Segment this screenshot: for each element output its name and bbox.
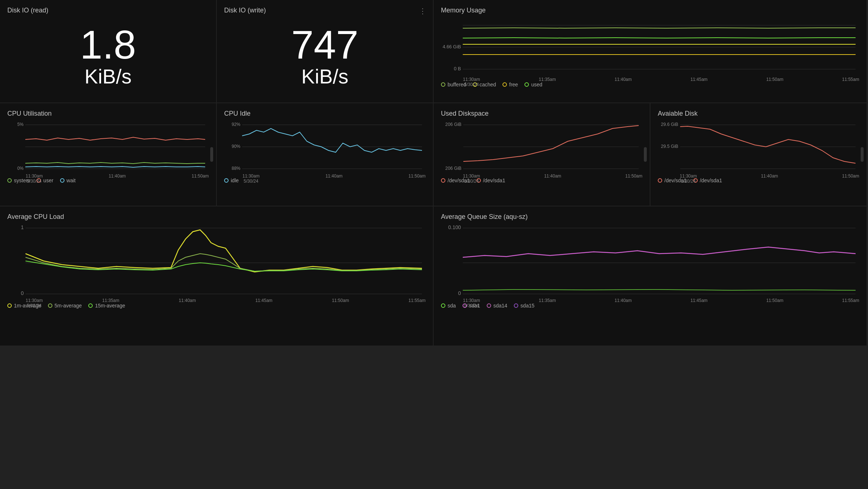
cpu-util-panel: CPU Utilisation 5% 0% 11:30am5/30/24 11:… <box>0 103 216 206</box>
svg-text:88%: 88% <box>232 166 241 171</box>
disk-io-write-title: Disk IO (write) <box>224 7 426 14</box>
available-disk-panel: Avaiable Disk 29.6 GiB 29.5 GiB 11:30am5… <box>650 103 867 206</box>
cpu-util-chart: 5% 0% 11:30am5/30/24 11:40am 11:50am <box>7 121 209 172</box>
disk-io-read-panel: Disk IO (read) 1.8 KiB/s <box>0 0 216 102</box>
cpu-idle-chart: 92% 90% 88% 11:30am5/30/24 11:40am 11:50… <box>224 121 426 172</box>
cpu-idle-title: CPU Idle <box>224 110 426 117</box>
avg-cpu-load-title: Average CPU Load <box>7 213 426 221</box>
svg-text:5%: 5% <box>17 122 23 127</box>
avg-queue-title: Average Queue Size (aqu-sz) <box>441 213 859 221</box>
disk-io-write-number: 747 <box>291 25 359 65</box>
avg-queue-chart: 0.100 0 11:30am5/30/24 11:35am 11:40am 1… <box>441 224 859 298</box>
svg-text:0: 0 <box>458 290 461 296</box>
svg-text:29.6 GiB: 29.6 GiB <box>661 122 678 127</box>
cpu-idle-panel: CPU Idle 92% 90% 88% 11:30am5/30/24 11:4… <box>217 103 433 206</box>
svg-text:0.100: 0.100 <box>448 224 461 230</box>
svg-text:90%: 90% <box>232 144 241 149</box>
scrollbar-avail-disk[interactable] <box>861 147 864 162</box>
svg-text:206 GiB: 206 GiB <box>445 166 461 171</box>
disk-io-read-number: 1.8 <box>80 25 136 65</box>
scrollbar-used-disk[interactable] <box>644 147 647 162</box>
used-diskspace-chart: 206 GiB 206 GiB 11:30am5/30/24 11:40am 1… <box>441 121 642 172</box>
available-disk-title: Avaiable Disk <box>658 110 859 117</box>
svg-text:1: 1 <box>21 224 24 230</box>
disk-io-read-unit: KiB/s <box>85 65 131 88</box>
disk-io-write-unit: KiB/s <box>301 65 348 88</box>
svg-text:92%: 92% <box>232 122 241 127</box>
svg-text:0 B: 0 B <box>454 66 461 71</box>
svg-text:206 GiB: 206 GiB <box>445 122 461 127</box>
disk-io-read-value: 1.8 KiB/s <box>7 18 209 95</box>
disk-io-write-value: 747 KiB/s <box>224 18 426 95</box>
memory-usage-panel: Memory Usage 4.66 GiB 0 B <box>434 0 867 102</box>
svg-text:4.66 GiB: 4.66 GiB <box>442 44 461 49</box>
memory-usage-chart: 4.66 GiB 0 B 11:30am5/30/24 11:35am 11:4… <box>441 18 859 76</box>
more-options-icon[interactable]: ⋮ <box>419 7 426 15</box>
disk-io-read-title: Disk IO (read) <box>7 7 209 14</box>
avg-queue-panel: Average Queue Size (aqu-sz) 0.100 0 11:3… <box>434 206 867 346</box>
svg-text:29.5 GiB: 29.5 GiB <box>661 144 678 149</box>
used-diskspace-panel: Used Diskspace 206 GiB 206 GiB 11:30am5/… <box>434 103 650 206</box>
avg-cpu-load-chart: 1 0 11:30am5/30/24 11:35am 11:40am 11:45… <box>7 224 426 298</box>
scrollbar-cpu-util[interactable] <box>210 147 213 162</box>
cpu-util-title: CPU Utilisation <box>7 110 209 117</box>
used-diskspace-title: Used Diskspace <box>441 110 642 117</box>
svg-text:0: 0 <box>21 290 24 296</box>
disk-io-write-panel: Disk IO (write) ⋮ 747 KiB/s <box>217 0 433 102</box>
dashboard: Disk IO (read) 1.8 KiB/s Disk IO (write)… <box>0 0 868 489</box>
svg-text:0%: 0% <box>17 166 23 171</box>
available-disk-chart: 29.6 GiB 29.5 GiB 11:30am5/30/24 11:40am… <box>658 121 859 172</box>
avg-cpu-load-panel: Average CPU Load 1 0 11:30am5/30/24 11:3… <box>0 206 433 346</box>
memory-usage-title: Memory Usage <box>441 7 859 14</box>
